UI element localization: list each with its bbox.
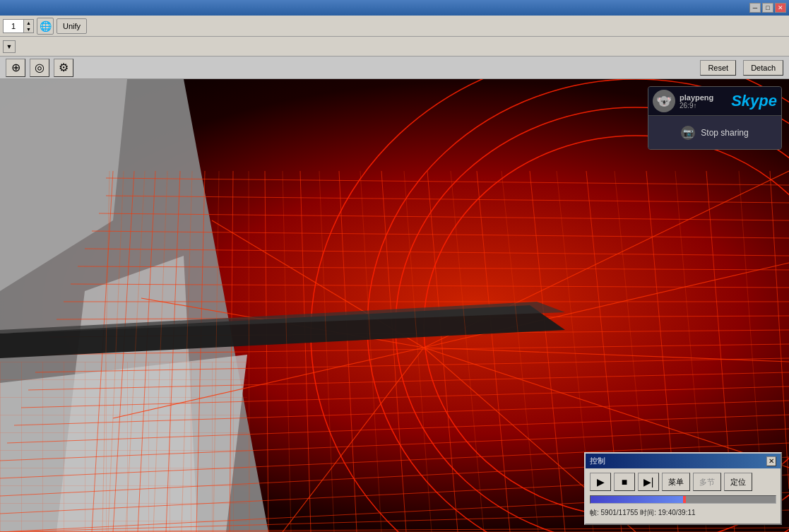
progress-fill bbox=[591, 496, 683, 503]
svg-line-36 bbox=[339, 171, 357, 532]
progress-track[interactable] bbox=[590, 495, 776, 504]
play-button[interactable]: ▶ bbox=[590, 473, 611, 491]
dropdown-button[interactable]: ▼ bbox=[3, 40, 16, 53]
svg-line-35 bbox=[300, 171, 311, 532]
skype-overlay: 🐨 playpeng 26:9↑ Skype 📷 Stop sharing bbox=[648, 86, 782, 150]
gear-tool-button[interactable]: ⚙ bbox=[54, 59, 73, 77]
crosshair-tool-button[interactable]: ⊕ bbox=[6, 59, 25, 77]
svg-line-71 bbox=[451, 171, 484, 532]
title-bar-controls: ─ □ ✕ bbox=[749, 3, 786, 13]
skype-header: 🐨 playpeng 26:9↑ Skype bbox=[648, 87, 781, 115]
locate-button[interactable]: 定位 bbox=[724, 473, 752, 491]
circle-tool-button[interactable]: ◎ bbox=[30, 59, 49, 77]
progress-thumb bbox=[683, 496, 686, 503]
control-panel-title: 控制 ✕ bbox=[586, 454, 781, 468]
spinner-control[interactable]: ▲ ▼ bbox=[3, 19, 34, 33]
control-panel-title-text: 控制 bbox=[590, 456, 605, 466]
svg-line-68 bbox=[319, 171, 334, 532]
control-panel-close-button[interactable]: ✕ bbox=[766, 456, 776, 466]
multi-button[interactable]: 多节 bbox=[693, 473, 721, 491]
tool-row: ⊕ ◎ ⚙ Reset Detach bbox=[0, 57, 789, 79]
control-panel: 控制 ✕ ▶ ■ ▶| 菜单 多节 定位 帧: 5901/11755 时间: 1… bbox=[584, 452, 782, 525]
svg-line-39 bbox=[477, 171, 510, 532]
stop-button[interactable]: ■ bbox=[614, 473, 635, 491]
svg-line-52 bbox=[424, 348, 789, 468]
viewport: 🐨 playpeng 26:9↑ Skype 📷 Stop sharing 控制… bbox=[0, 79, 789, 532]
spin-up-button[interactable]: ▲ bbox=[24, 20, 33, 26]
progress-row bbox=[590, 495, 776, 504]
globe-button[interactable]: 🌐 bbox=[37, 18, 54, 35]
spinner-input[interactable] bbox=[4, 20, 23, 32]
detach-button[interactable]: Detach bbox=[743, 60, 783, 76]
title-bar: ─ □ ✕ bbox=[0, 0, 789, 16]
control-button-row: ▶ ■ ▶| 菜单 多节 定位 bbox=[590, 473, 776, 491]
svg-line-4 bbox=[106, 178, 789, 185]
close-button[interactable]: ✕ bbox=[775, 3, 786, 13]
skype-info: playpeng 26:9↑ bbox=[680, 93, 727, 110]
spin-down-button[interactable]: ▼ bbox=[24, 26, 33, 32]
minimize-button[interactable]: ─ bbox=[749, 3, 761, 13]
svg-line-38 bbox=[427, 171, 458, 532]
skype-logo: Skype bbox=[731, 92, 777, 110]
svg-line-37 bbox=[381, 171, 406, 532]
toolbar2: ▼ bbox=[0, 37, 789, 57]
stop-sharing-label: Stop sharing bbox=[701, 128, 748, 138]
reset-button[interactable]: Reset bbox=[700, 60, 736, 76]
svg-line-5 bbox=[106, 196, 789, 203]
unify-button[interactable]: Unify bbox=[57, 18, 87, 34]
status-row: 帧: 5901/11755 时间: 19:40/39:11 bbox=[590, 507, 776, 519]
control-panel-body: ▶ ■ ▶| 菜单 多节 定位 帧: 5901/11755 时间: 19:40/… bbox=[586, 468, 781, 524]
spinner-arrows: ▲ ▼ bbox=[23, 20, 33, 32]
frame-info: 帧: 5901/11755 时间: 19:40/39:11 bbox=[590, 508, 696, 518]
toolbar1: ▲ ▼ 🌐 Unify bbox=[0, 16, 789, 37]
skype-avatar: 🐨 bbox=[653, 90, 675, 112]
svg-line-51 bbox=[424, 348, 789, 362]
skype-time: 26:9↑ bbox=[680, 102, 727, 110]
menu-button[interactable]: 菜单 bbox=[662, 473, 690, 491]
skype-username: playpeng bbox=[680, 93, 727, 102]
step-button[interactable]: ▶| bbox=[638, 473, 659, 491]
maximize-button[interactable]: □ bbox=[762, 3, 773, 13]
stop-sharing-button[interactable]: 📷 Stop sharing bbox=[648, 115, 781, 149]
stop-sharing-icon: 📷 bbox=[681, 126, 695, 140]
svg-rect-77 bbox=[0, 362, 247, 532]
